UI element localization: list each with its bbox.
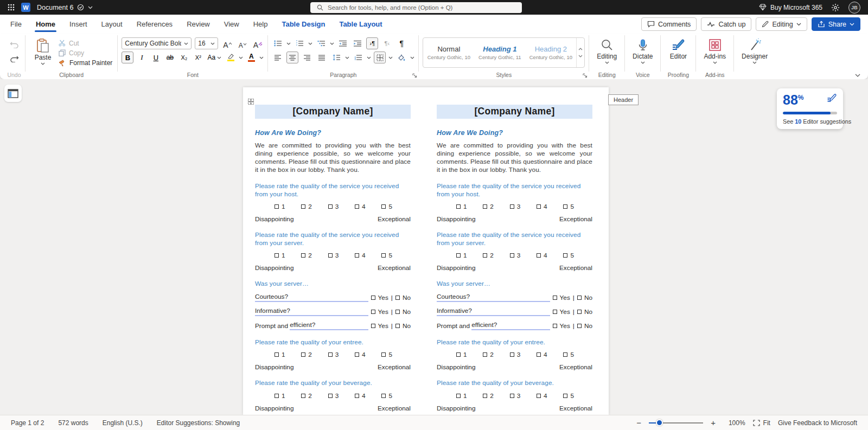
checkbox-icon[interactable] [275,253,279,258]
rating-option[interactable]: 2 [301,392,312,400]
checkbox-icon[interactable] [510,352,514,357]
yes-option[interactable]: Yes [553,294,570,301]
title-chevron-down-icon[interactable] [88,6,93,9]
paste-button[interactable]: Paste [29,36,56,72]
bold-button[interactable]: B [122,52,133,63]
checkbox-icon[interactable] [328,253,333,258]
cut-button[interactable]: Cut [59,39,112,47]
page-count[interactable]: Page 1 of 2 [11,419,44,427]
zoom-level[interactable]: 100% [729,419,745,427]
card-question[interactable]: Please rate the quality of the service y… [437,182,592,198]
no-option[interactable]: No [395,322,411,330]
yes-no-label[interactable]: Prompt and efficient? [255,321,368,330]
checkbox-icon[interactable] [483,352,487,357]
checkbox-icon[interactable] [553,310,557,314]
rating-option[interactable]: 5 [381,351,392,358]
strikethrough-button[interactable]: ab [164,52,176,63]
rating-option[interactable]: 3 [328,392,339,400]
align-right-button[interactable] [301,52,313,63]
word-count[interactable]: 572 words [58,419,88,427]
catch-up-button[interactable]: Catch up [701,17,751,31]
checkbox-icon[interactable] [301,352,305,357]
tab-insert[interactable]: Insert [62,15,94,34]
add-ins-button[interactable]: Add-ins [700,36,730,72]
company-name-title[interactable]: [Company Name] [437,105,592,119]
yes-option[interactable]: Yes [371,322,388,330]
tab-table-design[interactable]: Table Design [275,15,332,34]
yes-option[interactable]: Yes [371,308,388,316]
card-heading[interactable]: How Are We Doing? [255,129,411,137]
checkbox-icon[interactable] [537,394,541,398]
app-launcher-icon[interactable] [8,4,15,11]
undo-icon[interactable] [8,38,20,50]
align-center-button[interactable] [286,52,298,63]
show-formatting-button[interactable]: ¶ [395,37,407,49]
rtl-text-direction-button[interactable]: ¶‹ [381,37,393,49]
card-question[interactable]: Please rate the quality of your beverage… [437,379,592,387]
checkbox-icon[interactable] [456,352,461,357]
tab-file[interactable]: File [3,15,29,34]
editor-suggestions-link[interactable]: See 10 Editor suggestions [783,118,837,125]
font-family-select[interactable]: Century Gothic Bold [122,37,192,49]
increase-indent-button[interactable] [352,37,363,49]
zoom-in-button[interactable]: + [711,418,716,427]
navigation-pane-toggle[interactable] [4,85,22,102]
rating-option[interactable]: 5 [381,252,392,259]
grow-font-button[interactable]: A [221,37,233,49]
rating-option[interactable]: 1 [456,252,467,259]
checkbox-icon[interactable] [537,204,541,209]
zoom-slider[interactable] [649,422,703,423]
fit-button[interactable]: Fit [753,419,770,427]
align-left-button[interactable] [272,52,284,63]
style-heading-1[interactable]: Heading 1 Century Gothic, 11 [474,38,525,67]
yes-no-label[interactable]: Informative? [437,307,550,316]
checkbox-icon[interactable] [456,394,461,398]
card-question[interactable]: Please rate the quality of your beverage… [255,379,411,387]
share-button[interactable]: Share [812,17,860,31]
card-question[interactable]: Please rate the quality of the service y… [437,231,592,247]
no-option[interactable]: No [395,308,411,316]
checkbox-icon[interactable] [563,253,567,258]
card-intro-paragraph[interactable]: We are committed to providing you with t… [437,142,592,174]
rating-option[interactable]: 5 [381,203,392,210]
rating-option[interactable]: 2 [301,252,312,259]
rating-option[interactable]: 2 [301,203,312,210]
rating-option[interactable]: 4 [537,351,547,358]
clear-formatting-button[interactable]: A [252,37,264,49]
rating-option[interactable]: 5 [563,392,574,400]
save-status-icon[interactable] [77,4,84,11]
rating-option[interactable]: 3 [328,252,339,259]
checkbox-icon[interactable] [275,394,279,398]
card-question[interactable]: Was your server… [437,280,592,288]
checkbox-icon[interactable] [510,204,514,209]
rating-option[interactable]: 5 [563,351,574,358]
shrink-font-button[interactable]: A [237,37,248,49]
rating-option[interactable]: 1 [275,252,285,259]
document-title[interactable]: Document 6 [37,4,93,11]
line-spacing-button[interactable] [330,52,342,63]
word-logo[interactable]: W [21,3,30,12]
checkbox-icon[interactable] [577,310,582,314]
checkbox-icon[interactable] [395,324,400,328]
checkbox-icon[interactable] [301,253,305,258]
tab-references[interactable]: References [130,15,180,34]
bullet-list-button[interactable] [272,37,284,49]
checkbox-icon[interactable] [395,310,400,314]
no-option[interactable]: No [577,308,592,316]
checkbox-icon[interactable] [381,253,386,258]
checkbox-icon[interactable] [563,352,567,357]
checkbox-icon[interactable] [577,324,582,328]
checkbox-icon[interactable] [381,204,386,209]
rating-option[interactable]: 4 [355,392,366,400]
decrease-indent-button[interactable] [337,37,349,49]
highlight-color-button[interactable] [225,52,237,63]
checkbox-icon[interactable] [456,204,461,209]
rating-option[interactable]: 3 [510,203,521,210]
no-option[interactable]: No [577,294,592,301]
checkbox-icon[interactable] [537,352,541,357]
checkbox-icon[interactable] [563,204,567,209]
yes-option[interactable]: Yes [371,294,388,301]
checkbox-icon[interactable] [483,394,487,398]
feedback-link[interactable]: Give Feedback to Microsoft [778,419,857,427]
styles-scroll-down-icon[interactable] [578,55,583,57]
